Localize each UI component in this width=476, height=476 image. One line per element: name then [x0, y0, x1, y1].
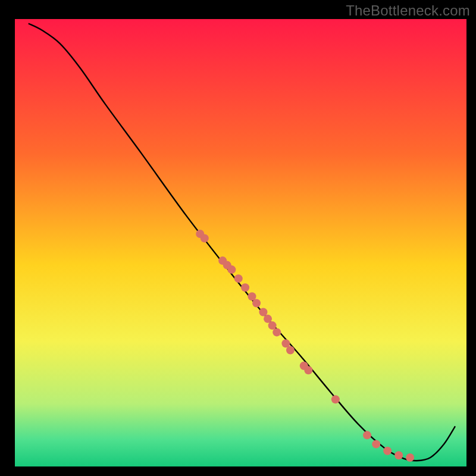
curve-marker: [363, 431, 371, 439]
curve-marker: [286, 346, 295, 354]
bottleneck-chart: [0, 0, 476, 476]
curve-marker: [304, 366, 312, 374]
curve-marker: [273, 328, 281, 336]
curve-marker: [372, 440, 380, 448]
chart-background: [15, 19, 466, 466]
curve-marker: [227, 265, 236, 274]
curve-marker: [383, 447, 392, 455]
curve-marker: [406, 453, 414, 462]
curve-marker: [252, 299, 261, 308]
curve-marker: [394, 451, 403, 459]
watermark-label: TheBottleneck.com: [346, 2, 470, 19]
curve-marker: [331, 395, 340, 403]
curve-marker: [241, 283, 249, 292]
curve-marker: [201, 234, 209, 242]
curve-marker: [234, 274, 243, 283]
